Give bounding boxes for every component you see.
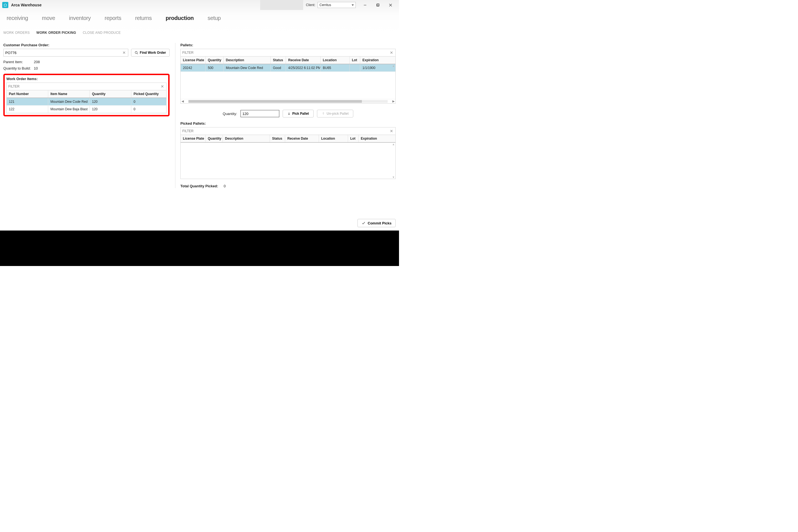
parent-item-label: Parent Item:: [3, 60, 34, 64]
quantity-input[interactable]: [241, 110, 279, 117]
scroll-down-icon[interactable]: ▼: [392, 176, 395, 179]
col-license-plate[interactable]: License Plate: [180, 57, 206, 64]
nav-move[interactable]: move: [42, 15, 55, 21]
subnav-work-order-picking[interactable]: WORK ORDER PICKING: [36, 31, 76, 35]
scroll-up-icon[interactable]: ▲: [392, 143, 395, 146]
nav-setup[interactable]: setup: [208, 15, 221, 21]
pallets-filter-clear-icon[interactable]: ✕: [389, 51, 394, 55]
total-picked-value: 0: [224, 184, 226, 188]
nav-production[interactable]: production: [166, 15, 194, 21]
main-nav: receiving move inventory reports returns…: [0, 10, 399, 24]
scroll-left-icon[interactable]: ◀: [180, 99, 185, 103]
pallets-filter[interactable]: [182, 51, 389, 55]
qty-build-value: 10: [34, 66, 38, 70]
work-items-filter[interactable]: [8, 84, 160, 89]
col-picked-status[interactable]: Status: [270, 135, 285, 142]
col-picked-date[interactable]: Receive Date: [285, 135, 319, 142]
client-select[interactable]: Cerritus: [318, 2, 356, 8]
table-row[interactable]: 20242 500 Mountain Dew Code Red Good 4/2…: [180, 64, 395, 72]
col-picked-lot[interactable]: Lot: [348, 135, 359, 142]
col-quantity[interactable]: Quantity: [90, 90, 131, 97]
subnav-work-orders[interactable]: WORK ORDERS: [3, 31, 30, 35]
col-picked-desc[interactable]: Description: [223, 135, 270, 142]
total-picked-label: Total Quantity Picked:: [180, 184, 218, 188]
col-part-number[interactable]: Part Number: [7, 90, 48, 97]
col-picked-exp[interactable]: Expiration: [359, 135, 395, 142]
arrow-down-icon: [287, 112, 291, 115]
col-expiration[interactable]: Expiration: [360, 57, 395, 64]
nav-reports[interactable]: reports: [105, 15, 121, 21]
po-input[interactable]: [5, 51, 122, 55]
scroll-right-icon[interactable]: ▶: [392, 99, 395, 103]
table-row[interactable]: 121 Mountain Dew Code Red 120 0: [7, 98, 166, 106]
col-receive-date[interactable]: Receive Date: [286, 57, 321, 64]
window-maximize[interactable]: [371, 0, 384, 10]
arrow-up-icon: [322, 112, 325, 115]
parent-item-value: 208: [34, 60, 40, 64]
titlebar: Arca Warehouse Client: Cerritus: [0, 0, 399, 10]
work-items-title: Work Order Items:: [6, 77, 167, 81]
qty-build-label: Quantity to Build:: [3, 66, 34, 70]
find-work-order-button[interactable]: Find Work Order: [131, 49, 170, 57]
work-order-items-panel: Work Order Items: ✕ Part Number Item Nam…: [3, 74, 170, 116]
pick-pallet-button[interactable]: Pick Pallet: [283, 110, 314, 117]
nav-receiving[interactable]: receiving: [7, 15, 28, 21]
col-picked-loc[interactable]: Location: [319, 135, 348, 142]
col-pallet-quantity[interactable]: Quantity: [206, 57, 224, 64]
app-icon: [2, 2, 8, 8]
app-title: Arca Warehouse: [11, 3, 41, 7]
window-minimize[interactable]: [359, 0, 371, 10]
unpick-pallet-button: Un-pick Pallet: [317, 110, 353, 117]
col-description[interactable]: Description: [224, 57, 271, 64]
taskbar-placeholder: [0, 230, 399, 266]
svg-line-6: [137, 53, 138, 54]
col-item-name[interactable]: Item Name: [48, 90, 90, 97]
work-items-filter-clear-icon[interactable]: ✕: [160, 84, 165, 89]
col-picked-lp[interactable]: License Plate: [180, 135, 206, 142]
col-lot[interactable]: Lot: [350, 57, 360, 64]
col-picked-quantity[interactable]: Picked Quantity: [131, 90, 166, 97]
col-status[interactable]: Status: [271, 57, 286, 64]
po-label: Customer Purchase Order:: [3, 43, 170, 47]
sub-nav: WORK ORDERS WORK ORDER PICKING CLOSE AND…: [0, 24, 399, 35]
commit-picks-button[interactable]: Commit Picks: [358, 219, 396, 227]
clear-po-icon[interactable]: ✕: [122, 51, 126, 55]
search-icon: [135, 51, 138, 55]
col-picked-qty[interactable]: Quantity: [206, 135, 223, 142]
client-label: Client:: [306, 3, 315, 7]
scroll-up-icon[interactable]: ▲: [392, 64, 395, 67]
col-location[interactable]: Location: [321, 57, 350, 64]
nav-inventory[interactable]: inventory: [69, 15, 91, 21]
subnav-close-and-produce[interactable]: CLOSE AND PRODUCE: [83, 31, 121, 35]
nav-returns[interactable]: returns: [135, 15, 152, 21]
picked-filter[interactable]: [182, 129, 389, 133]
pallets-title: Pallets:: [180, 43, 396, 47]
horizontal-scrollbar[interactable]: ◀ ▶: [180, 99, 395, 103]
inactive-tab[interactable]: [260, 0, 303, 10]
picked-title: Picked Pallets:: [180, 121, 396, 126]
check-icon: [362, 221, 365, 225]
picked-filter-clear-icon[interactable]: ✕: [389, 129, 394, 133]
window-close[interactable]: [384, 0, 397, 10]
po-input-wrap: ✕: [3, 49, 128, 57]
table-row[interactable]: 122 Mountain Dew Baja Blast 120 0: [7, 106, 166, 113]
quantity-label: Quantity:: [223, 112, 237, 116]
svg-point-5: [135, 51, 137, 54]
